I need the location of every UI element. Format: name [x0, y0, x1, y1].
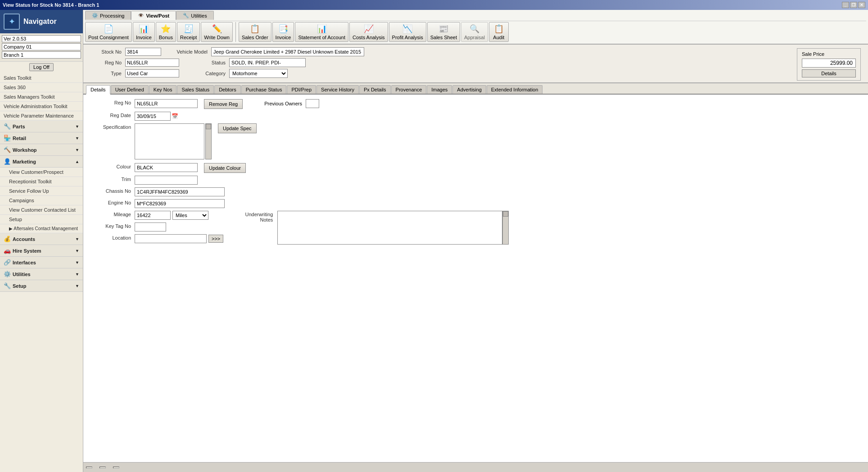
tab-user-defined[interactable]: User Defined: [111, 85, 149, 94]
btn-appraisal[interactable]: 🔍 Appraisal: [461, 22, 488, 42]
btn-profit-analysis[interactable]: 📉 Profit Analysis: [389, 22, 426, 42]
sidebar-item-receptionist[interactable]: Receptionist Toolkit: [0, 177, 83, 186]
tab-utilities[interactable]: 🔧 Utilities: [176, 11, 213, 20]
update-spec-button[interactable]: Update Spec: [218, 123, 257, 133]
utilities-icon: ⚙️: [4, 271, 11, 277]
sidebar-group-parts[interactable]: 🔧 Parts ▼: [0, 121, 83, 132]
restore-btn[interactable]: ❐: [850, 2, 857, 8]
sidebar-item-campaigns[interactable]: Campaigns: [0, 196, 83, 205]
tab-px-details[interactable]: Px Details: [359, 85, 391, 94]
stock-no-input[interactable]: [125, 48, 161, 56]
sidebar-group-accounts[interactable]: 💰 Accounts ▼: [0, 233, 83, 245]
window-controls[interactable]: _ ❐ ✕: [842, 2, 865, 8]
location-input[interactable]: [135, 234, 207, 243]
log-off-button[interactable]: Log Off: [29, 63, 54, 71]
underwriting-scrollbar[interactable]: [502, 211, 509, 245]
btn-costs-analysis[interactable]: 📈 Costs Analysis: [349, 22, 388, 42]
reg-no-input[interactable]: [125, 59, 179, 67]
workshop-label: Workshop: [13, 147, 37, 153]
tab-extended-info[interactable]: Extended Information: [487, 85, 543, 94]
tab-advertising[interactable]: Advertising: [452, 85, 486, 94]
sidebar-group-retail[interactable]: 🏪 Retail ▼: [0, 132, 83, 144]
btn-invoice-view[interactable]: 📑 Invoice: [272, 22, 294, 42]
company-input[interactable]: [2, 43, 81, 50]
underwriting-textarea[interactable]: [277, 211, 502, 245]
btn-invoice-post[interactable]: 📊 Invoice: [133, 22, 155, 42]
btn-bonus[interactable]: ⭐ Bonus: [156, 22, 176, 42]
toolbar-separator-1: [235, 22, 236, 42]
title-bar: View Status for Stock No 3814 - Branch 1…: [0, 0, 868, 10]
btn-sales-sheet[interactable]: 📰 Sales Sheet: [427, 22, 460, 42]
spec-textarea[interactable]: [135, 123, 204, 159]
branch-input[interactable]: [2, 51, 81, 59]
sidebar-item-sales-360[interactable]: Sales 360: [0, 83, 83, 92]
detail-reg-no-input[interactable]: [135, 99, 198, 108]
status-input[interactable]: [229, 58, 306, 67]
colour-input[interactable]: [135, 163, 198, 172]
btn-receipt[interactable]: 🧾 Receipt: [177, 22, 200, 42]
spec-scrollbar[interactable]: [205, 123, 212, 159]
sidebar-item-setup[interactable]: Setup: [0, 215, 83, 224]
btn-sales-order[interactable]: 📋 Sales Order: [239, 22, 271, 42]
category-select[interactable]: Motorhome Car Van: [229, 69, 288, 78]
marketing-icon: 👤: [4, 158, 11, 165]
type-input[interactable]: [125, 69, 179, 77]
tab-sales-status[interactable]: Sales Status: [177, 85, 214, 94]
update-colour-button[interactable]: Update Colour: [204, 163, 246, 173]
vehicle-model-input[interactable]: [211, 47, 364, 56]
close-btn[interactable]: ✕: [858, 2, 865, 8]
tab-images[interactable]: Images: [427, 85, 452, 94]
mileage-unit-select[interactable]: Miles Kilometres: [172, 211, 208, 220]
main-container: ✦ Navigator Log Off Sales Toolkit Sales …: [0, 10, 868, 472]
sidebar-group-utilities[interactable]: ⚙️ Utilities ▼: [0, 268, 83, 280]
tab-key-nos[interactable]: Key Nos: [149, 85, 177, 94]
sidebar-group-marketing[interactable]: 👤 Marketing ▲: [0, 156, 83, 168]
tab-details[interactable]: Details: [86, 85, 110, 95]
marketing-label: Marketing: [13, 159, 36, 164]
type-label: Type: [88, 71, 122, 76]
key-tag-input[interactable]: [135, 222, 166, 231]
accounts-icon: 💰: [4, 236, 11, 242]
tab-purchase-status[interactable]: Purchase Status: [241, 85, 287, 94]
detail-form: Reg No Remove Reg Previous Owners Reg Da…: [83, 95, 868, 462]
tab-viewpost[interactable]: 👁️ View/Post: [131, 11, 176, 20]
chassis-no-input[interactable]: [135, 187, 225, 196]
trim-input[interactable]: [135, 176, 198, 185]
sidebar-item-customer-list[interactable]: View Customer Contacted List: [0, 205, 83, 215]
tab-provenance[interactable]: Provenance: [391, 85, 427, 94]
tab-pdi-prep[interactable]: PDI/Prep: [287, 85, 316, 94]
prev-owners-input[interactable]: [306, 99, 319, 108]
sidebar-group-workshop[interactable]: 🔨 Workshop ▼: [0, 144, 83, 156]
mileage-input[interactable]: [135, 211, 171, 220]
sidebar-item-sales-managers[interactable]: Sales Managers Toolkit: [0, 92, 83, 102]
sale-price-input[interactable]: [802, 59, 856, 68]
remove-reg-button[interactable]: Remove Reg: [204, 99, 243, 109]
location-arrow-button[interactable]: >>>: [208, 235, 223, 243]
minimize-btn[interactable]: _: [842, 2, 849, 8]
sidebar-group-interfaces[interactable]: 🔗 Interfaces ▼: [0, 257, 83, 268]
calendar-icon[interactable]: 📅: [172, 113, 178, 119]
sidebar-group-setup[interactable]: 🔧 Setup ▼: [0, 280, 83, 292]
engine-no-input[interactable]: [135, 199, 225, 208]
tab-processing[interactable]: ⚙️ Processing: [85, 11, 131, 20]
btn-write-down[interactable]: ✏️ Write Down: [201, 22, 233, 42]
tab-debtors[interactable]: Debtors: [214, 85, 241, 94]
sidebar-item-service-followup[interactable]: Service Follow Up: [0, 186, 83, 196]
btn-audit[interactable]: 📋 Audit: [489, 22, 509, 42]
sidebar-item-sales-toolkit[interactable]: Sales Toolkit: [0, 73, 83, 83]
btn-statement[interactable]: 📊 Statement of Account: [295, 22, 348, 42]
sidebar-item-vehicle-admin[interactable]: Vehicle Administration Toolkit: [0, 102, 83, 111]
viewpost-label: View/Post: [146, 13, 169, 18]
btn-post-consignment[interactable]: 📄 Post Consignment: [85, 22, 132, 42]
title-text: View Status for Stock No 3814 - Branch 1: [3, 2, 99, 8]
tab-service-history[interactable]: Service History: [316, 85, 359, 94]
sidebar-group-hire[interactable]: 🚗 Hire System ▼: [0, 245, 83, 257]
content-area: ⚙️ Processing 👁️ View/Post 🔧 Utilities 📄…: [83, 10, 868, 472]
sidebar-item-view-customer[interactable]: View Customer/Prospect: [0, 168, 83, 177]
reg-date-input[interactable]: [135, 112, 171, 121]
version-input[interactable]: [2, 35, 81, 42]
details-button[interactable]: Details: [802, 69, 856, 77]
profit-analysis-icon: 📉: [402, 24, 412, 34]
sidebar-item-aftersales[interactable]: ▶ Aftersales Contact Management: [0, 224, 83, 233]
sidebar-item-vehicle-param[interactable]: Vehicle Parameter Maintenance: [0, 111, 83, 121]
